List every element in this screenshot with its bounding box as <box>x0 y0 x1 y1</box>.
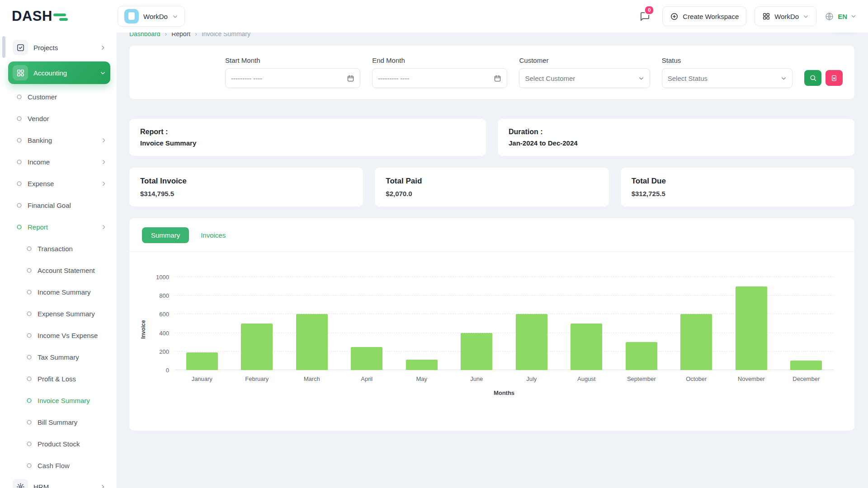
x-tick-label: September <box>614 375 669 382</box>
tab-summary[interactable]: Summary <box>142 227 189 243</box>
sidebar-item-invoice-summary[interactable]: Invoice Summary <box>8 389 110 411</box>
x-tick-label: April <box>340 375 395 382</box>
sidebar-item-label: Expense <box>28 180 54 188</box>
sidebar-item-report[interactable]: Report <box>8 216 110 238</box>
chevron-down-icon <box>851 14 856 19</box>
bar-june <box>461 333 492 370</box>
sidebar-item-product-stock[interactable]: Product Stock <box>8 433 110 455</box>
sidebar-item-vendor[interactable]: Vendor <box>8 108 110 129</box>
sidebar-item-transaction[interactable]: Transaction <box>8 238 110 259</box>
stat-card-total-paid: Total Paid $2,070.0 <box>375 168 609 206</box>
sidebar-item-label: Expense Summary <box>38 310 95 318</box>
sidebar-item-expense-summary[interactable]: Expense Summary <box>8 303 110 324</box>
customer-label: Customer <box>519 56 650 64</box>
y-tick-label: 800 <box>159 292 169 299</box>
workspace-selector[interactable]: WorkDo <box>118 6 185 27</box>
end-month-label: End Month <box>372 56 507 64</box>
x-tick-label: July <box>504 375 559 382</box>
bar-april <box>351 347 382 371</box>
report-label: Report : <box>140 128 475 136</box>
chevron-down-icon <box>100 70 106 76</box>
bullet-icon <box>16 116 22 122</box>
bars <box>175 277 834 370</box>
x-tick-label: October <box>669 375 724 382</box>
chevron-right-icon <box>101 181 107 187</box>
sidebar-item-label: Cash Flow <box>38 462 70 469</box>
gear-icon <box>13 479 28 488</box>
x-tick-label: February <box>230 375 285 382</box>
sidebar-item-income[interactable]: Income <box>8 151 110 173</box>
sidebar-item-income-vs-expense[interactable]: Income Vs Expense <box>8 324 110 346</box>
invoice-bar-chart: Invoice 02004006008001000 JanuaryFebruar… <box>129 252 854 396</box>
sidebar-item-hrm[interactable]: HRM <box>8 476 110 488</box>
chevron-down-icon <box>803 14 809 19</box>
bullet-icon <box>16 137 22 143</box>
sidebar-item-financial-goal[interactable]: Financial Goal <box>8 194 110 216</box>
logo-text: DASH <box>12 8 52 24</box>
bar-february <box>241 324 273 370</box>
report-value: Invoice Summary <box>140 139 475 147</box>
sidebar-item-profit-loss[interactable]: Profit & Loss <box>8 368 110 389</box>
sidebar-item-cash-flow[interactable]: Cash Flow <box>8 455 110 476</box>
app-logo[interactable]: DASH <box>12 8 66 24</box>
create-workspace-button[interactable]: Create Workspace <box>662 6 746 26</box>
end-month-input[interactable] <box>372 68 507 88</box>
bullet-icon <box>26 463 32 469</box>
chart-plot: 02004006008001000 <box>175 277 834 370</box>
bar-slot <box>340 277 395 370</box>
status-field-group: Status Select Status <box>662 56 793 88</box>
logo-area: DASH <box>12 8 118 24</box>
sidebar-item-projects[interactable]: Projects <box>8 37 110 58</box>
bar-slot <box>669 277 724 370</box>
status-label: Status <box>662 56 793 64</box>
workspace-avatar <box>124 9 139 23</box>
bar-december <box>790 361 822 370</box>
status-select-value: Select Status <box>668 75 708 82</box>
x-tick-label: January <box>175 375 230 382</box>
bar-slot <box>230 277 285 370</box>
y-tick-label: 400 <box>159 329 169 336</box>
messages-button[interactable]: 0 <box>635 7 654 25</box>
sidebar: Projects Accounting CustomerVendorBankin… <box>0 33 117 488</box>
sidebar-item-bill-summary[interactable]: Bill Summary <box>8 411 110 433</box>
y-tick-label: 200 <box>159 348 169 355</box>
accounting-submenu: CustomerVendorBankingIncomeExpenseFinanc… <box>8 86 110 476</box>
sidebar-scrollbar-thumb[interactable] <box>2 36 5 58</box>
plus-circle-icon <box>670 12 679 21</box>
apply-filter-button[interactable] <box>804 70 821 86</box>
x-tick-label: December <box>779 375 834 382</box>
sidebar-item-income-summary[interactable]: Income Summary <box>8 281 110 303</box>
customer-select[interactable]: Select Customer <box>519 68 650 88</box>
x-tick-label: March <box>284 375 340 382</box>
start-month-input[interactable] <box>225 68 360 88</box>
bar-march <box>296 314 328 370</box>
sidebar-item-expense[interactable]: Expense <box>8 173 110 194</box>
bullet-icon <box>16 94 22 100</box>
bar-july <box>516 314 547 370</box>
bullet-icon <box>26 354 32 360</box>
sidebar-item-customer[interactable]: Customer <box>8 86 110 108</box>
stat-card-total-invoice: Total Invoice $314,795.5 <box>129 168 363 206</box>
bar-slot <box>175 277 230 370</box>
y-tick-label: 1000 <box>156 274 169 281</box>
workdo-menu-button[interactable]: WorkDo <box>755 6 816 26</box>
bullet-icon <box>16 181 22 187</box>
reset-filter-button[interactable] <box>826 70 843 86</box>
language-selector[interactable]: EN <box>825 12 856 21</box>
filter-actions <box>804 70 843 86</box>
start-month-label: Start Month <box>225 56 360 64</box>
status-select[interactable]: Select Status <box>662 68 793 88</box>
sidebar-item-label: Bill Summary <box>38 418 77 426</box>
sidebar-item-accounting[interactable]: Accounting <box>8 61 110 84</box>
end-month-text-input[interactable] <box>378 75 490 82</box>
sidebar-item-tax-summary[interactable]: Tax Summary <box>8 346 110 368</box>
bar-october <box>680 314 712 370</box>
workspace-name: WorkDo <box>143 13 168 20</box>
sidebar-item-label: Profit & Loss <box>38 375 76 383</box>
top-bar: DASH WorkDo 0 Create Workspace <box>0 0 868 33</box>
start-month-text-input[interactable] <box>231 75 343 82</box>
search-icon <box>809 74 817 82</box>
tab-invoices[interactable]: Invoices <box>201 231 226 239</box>
sidebar-item-banking[interactable]: Banking <box>8 129 110 151</box>
sidebar-item-account-statement[interactable]: Account Statement <box>8 259 110 281</box>
